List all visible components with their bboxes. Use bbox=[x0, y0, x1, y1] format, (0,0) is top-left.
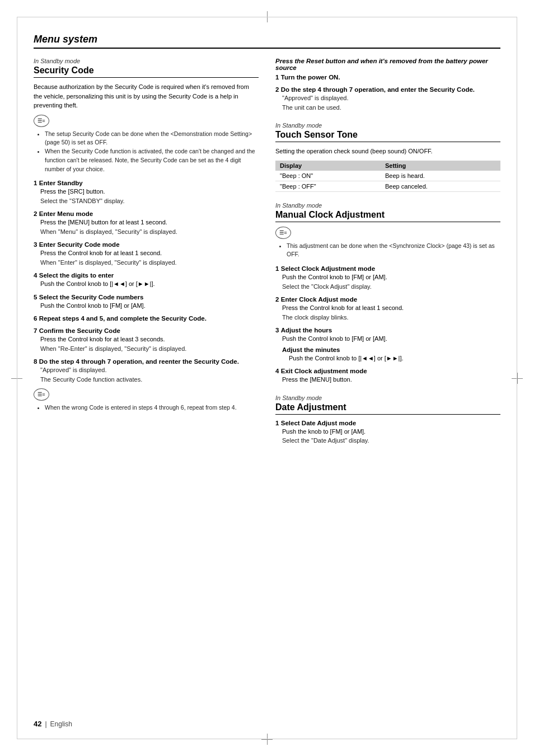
security-code-title: Security Code bbox=[34, 65, 259, 78]
date-title: Date Adjustment bbox=[275, 402, 500, 415]
table-header-display: Display bbox=[275, 161, 381, 171]
date-mode-label: In Standby mode bbox=[275, 395, 500, 401]
reset-step-1: 1 Turn the power ON. bbox=[275, 73, 500, 81]
reset-header: Press the Reset button and when it's rem… bbox=[275, 58, 500, 71]
note-item-2: When the wrong Code is entered in steps … bbox=[45, 403, 259, 412]
step-4: 4 Select the digits to enter Push the Co… bbox=[34, 271, 259, 289]
clock-step-3: 3 Adjust the hours Push the Control knob… bbox=[275, 326, 500, 344]
language-label: English bbox=[50, 720, 72, 728]
note-item: The setup Security Code can be done when… bbox=[45, 130, 259, 148]
note-list-1: The setup Security Code can be done when… bbox=[39, 130, 259, 174]
step-6: 6 Repeat steps 4 and 5, and complete the… bbox=[34, 314, 259, 322]
table-row: "Beep : ON" Beep is heard. bbox=[275, 171, 500, 181]
note-icon-3: ☰≡ bbox=[275, 227, 291, 239]
table-cell-display-off: "Beep : OFF" bbox=[275, 181, 381, 191]
footer: 42 | English bbox=[34, 720, 72, 728]
step-3: 3 Enter Security Code mode Press the Con… bbox=[34, 241, 259, 267]
clock-step-4: 4 Exit Clock adjustment mode Press the [… bbox=[275, 367, 500, 384]
touch-sensor-title: Touch Sensor Tone bbox=[275, 130, 500, 142]
step-2: 2 Enter Menu mode Press the [MENU] butto… bbox=[34, 210, 259, 236]
step-7: 7 Confirm the Security Code Press the Co… bbox=[34, 327, 259, 353]
note-icon-1: ☰≡ bbox=[34, 115, 49, 127]
clock-note-item: This adjustment can be done when the <Sy… bbox=[287, 242, 500, 260]
clock-title: Manual Clock Adjustment bbox=[275, 210, 500, 222]
clock-step-3b: Adjust the minutes Push the Control knob… bbox=[282, 346, 500, 363]
touch-tone-table: Display Setting "Beep : ON" Beep is hear… bbox=[275, 161, 500, 192]
step-5: 5 Select the Security Code numbers Push … bbox=[34, 293, 259, 311]
touch-sensor-section: In Standby mode Touch Sensor Tone Settin… bbox=[275, 122, 500, 192]
right-column: Press the Reset button and when it's rem… bbox=[275, 58, 500, 456]
note-item: When the Security Code function is activ… bbox=[45, 147, 259, 173]
security-code-section: In Standby mode Security Code Because au… bbox=[34, 58, 259, 412]
clock-mode-label: In Standby mode bbox=[275, 202, 500, 209]
reset-step-2: 2 Do the step 4 through 7 operation, and… bbox=[275, 86, 500, 112]
date-section: In Standby mode Date Adjustment 1 Select… bbox=[275, 395, 500, 445]
table-cell-setting-off: Beep canceled. bbox=[381, 181, 500, 191]
step-1: 1 Enter Standby Press the [SRC] button. … bbox=[34, 179, 259, 205]
table-cell-display-on: "Beep : ON" bbox=[275, 171, 381, 181]
table-header-setting: Setting bbox=[381, 161, 500, 171]
clock-step-2: 2 Enter Clock Adjust mode Press the Cont… bbox=[275, 295, 500, 322]
page-number: 42 bbox=[34, 720, 41, 728]
chapter-title: Menu system bbox=[34, 34, 500, 49]
security-desc: Because authorization by the Security Co… bbox=[34, 82, 259, 110]
pipe-separator: | bbox=[45, 720, 46, 728]
step-8: 8 Do the step 4 through 7 operation, and… bbox=[34, 358, 259, 384]
clock-section: In Standby mode Manual Clock Adjustment … bbox=[275, 202, 500, 384]
note-list-2: When the wrong Code is entered in steps … bbox=[39, 403, 259, 412]
date-step-1: 1 Select Date Adjust mode Push the knob … bbox=[275, 419, 500, 445]
security-mode-label: In Standby mode bbox=[34, 58, 259, 64]
clock-step-1: 1 Select Clock Adjustment mode Push the … bbox=[275, 265, 500, 291]
touch-sensor-desc: Setting the operation check sound (beep … bbox=[275, 147, 500, 156]
crosshair-bottom bbox=[261, 734, 273, 745]
clock-note-list: This adjustment can be done when the <Sy… bbox=[281, 242, 500, 260]
left-column: In Standby mode Security Code Because au… bbox=[34, 58, 259, 456]
touch-mode-label: In Standby mode bbox=[275, 122, 500, 129]
table-row: "Beep : OFF" Beep canceled. bbox=[275, 181, 500, 191]
table-cell-setting-on: Beep is heard. bbox=[381, 171, 500, 181]
note-icon-2: ☰≡ bbox=[34, 388, 49, 401]
reset-section: Press the Reset button and when it's rem… bbox=[275, 58, 500, 112]
